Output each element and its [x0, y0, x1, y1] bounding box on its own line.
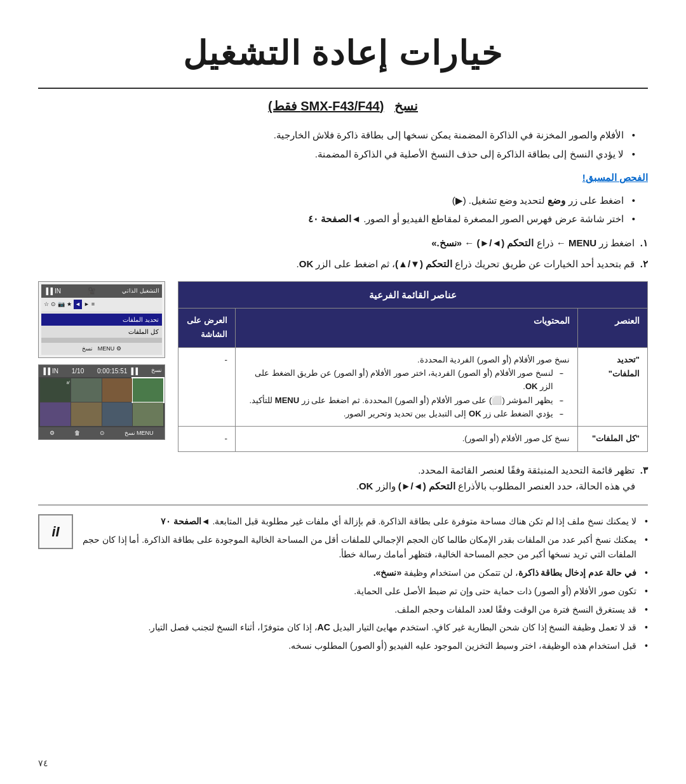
cam2-icon: نسخ [151, 366, 162, 376]
section-header: نسخ (SMX-F43/F44 فقط) [38, 95, 648, 117]
notes-icon: iI [38, 514, 73, 549]
step-bullet-1: اضغط على زر وضع لتحديد وضع تشغيل. (▶) [38, 192, 635, 209]
prereq-link[interactable]: الفحص المسبق! [582, 172, 648, 183]
page-title: خيارات إعادة التشغيل [38, 25, 648, 89]
link-line: الفحص المسبق! [38, 169, 648, 186]
note-1: لا يمكنك نسخ ملف إذا لم تكن هناك مساحة م… [82, 514, 648, 529]
thumb-2 [102, 378, 133, 402]
intro-bullet-1: الأفلام والصور المخزنة في الذاكرة المضمن… [38, 127, 635, 143]
thumb-5 [133, 402, 163, 426]
step-bullet-2: اختر شاشة عرض فهرس الصور المصغرة لمقاطع … [38, 211, 635, 227]
content-area: ▐▐ IN 🎥 التشغيل الذاتي ☆⊙📷★ ◄ ►≡ تحديد ا… [38, 281, 648, 452]
camera-screen-1: ▐▐ IN 🎥 التشغيل الذاتي ☆⊙📷★ ◄ ►≡ تحديد ا… [38, 281, 165, 358]
section-model: (SMX-F43/F44 فقط) [268, 99, 384, 113]
cam1-menu-item2: كل الملفات [41, 326, 162, 338]
thumb-6 [102, 402, 133, 426]
note-6: قد لا تعمل وظيفة النسخ إذا كان شحن البطا… [82, 620, 648, 635]
note-4: تكون صور الأفلام (أو الصور) ذات حماية حت… [82, 584, 648, 599]
step3-note: ٣. تظهر قائمة التحديد المنبثقة وفقًا لعن… [38, 462, 648, 495]
cam1-icon-right: 🎥 [87, 285, 96, 297]
content-cell-1: نسخ صور الأفلام (أو الصور) الفردية المحد… [236, 347, 578, 426]
intro-bullet-2: لا يؤدي النسخ إلى بطاقة الذاكرة إلى حذف … [38, 146, 635, 163]
cam2-topbar: ▐▐ IN 1/10 0:00:15:51 ▐▐ نسخ [39, 365, 165, 377]
page-container: خيارات إعادة التشغيل نسخ (SMX-F43/F44 فق… [38, 25, 648, 657]
cam1-icon-left: ▐▐ IN [44, 286, 61, 296]
thumb-7 [71, 402, 102, 426]
table-container: عناصر القائمة الفرعية العنصر المحتويات ا… [178, 281, 648, 452]
thumb-4: aᴵ [40, 378, 71, 402]
cam2-grid: aᴵ [39, 377, 165, 427]
display-cell-1: - [178, 347, 236, 426]
cam2-bottom: ⚙ 🗑 ⊙ MENU نسخ [39, 427, 165, 439]
camera-screen-2: ▐▐ IN 1/10 0:00:15:51 ▐▐ نسخ aᴵ [38, 364, 165, 440]
cam1-spacer [41, 338, 162, 343]
table-row-1: "تحديد الملفات" نسخ صور الأفلام (أو الصو… [178, 347, 648, 426]
cam2-menu: MENU نسخ [124, 429, 154, 438]
col-header-content: المحتويات [236, 309, 578, 347]
thumb-3 [71, 378, 102, 402]
display-cell-2: - [178, 426, 236, 451]
notes-list: لا يمكنك نسخ ملف إذا لم تكن هناك مساحة م… [82, 514, 648, 657]
note-3: في حالة عدم إدخال بطاقة ذاكرة، لن تتمكن … [82, 566, 648, 581]
notes-box: iI لا يمكنك نسخ ملف إذا لم تكن هناك مساح… [38, 505, 648, 657]
step1: ١. اضغط زر MENU ← ذراع التحكم (◄/►) ← «ن… [38, 235, 648, 251]
col-header-display: العرض علىالشاشة [178, 309, 236, 347]
note-7: قبل استخدام هذه الوظيفة، اختر وسيط التخز… [82, 639, 648, 654]
cam1-icons: ☆⊙📷★ ◄ ►≡ [41, 298, 162, 311]
cam1-bottom: ⚙ MENU نسخ [41, 343, 162, 355]
note-2: يمكنك نسخ أكبر عدد من الملفات بقدر الإمك… [82, 533, 648, 563]
table-row-2: "كل الملفات" نسخ كل صور الأفلام (أو الصو… [178, 426, 648, 451]
cam2-timecode: 0:00:15:51 ▐▐ [97, 366, 138, 376]
col-header-element: العنصر [578, 309, 648, 347]
cam2-left: ▐▐ IN [41, 366, 58, 376]
note-5: قد يستغرق النسخ فترة من الوقت وفقًا لعدد… [82, 602, 648, 618]
cam1-topbar: ▐▐ IN 🎥 التشغيل الذاتي [41, 284, 162, 298]
element-cell-2: "كل الملفات" [578, 426, 648, 451]
cam2-btn2: 🗑 [74, 429, 80, 438]
cam2-btn3: ⊙ [100, 429, 105, 438]
thumb-1 [133, 378, 163, 402]
submenu-table: عناصر القائمة الفرعية العنصر المحتويات ا… [178, 281, 648, 452]
content-cell-2: نسخ كل صور الأفلام (أو الصور). [236, 426, 578, 451]
section-label: نسخ [394, 99, 418, 113]
cam1-menu-selected: تحديد الملفات [41, 314, 162, 326]
intro-bullets: الأفلام والصور المخزنة في الذاكرة المضمن… [38, 127, 648, 162]
cam1-label-right: التشغيل الذاتي [122, 286, 159, 296]
page-number: ٧٤ [38, 756, 48, 771]
step-bullets: اضغط على زر وضع لتحديد وضع تشغيل. (▶) اخ… [38, 192, 648, 227]
cam2-btn1: ⚙ [50, 429, 55, 438]
numbered-steps: ١. اضغط زر MENU ← ذراع التحكم (◄/►) ← «ن… [38, 235, 648, 272]
element-cell-1: "تحديد الملفات" [578, 347, 648, 426]
thumb-8 [40, 402, 71, 426]
step2: ٢. قم بتحديد أحد الخيارات عن طريق تحريك … [38, 256, 648, 272]
camera-screenshots: ▐▐ IN 🎥 التشغيل الذاتي ☆⊙📷★ ◄ ►≡ تحديد ا… [38, 281, 165, 440]
cam2-counter: 1/10 [72, 366, 84, 376]
notes-icon-text: iI [51, 520, 59, 543]
table-header-cell: عناصر القائمة الفرعية [178, 281, 648, 309]
